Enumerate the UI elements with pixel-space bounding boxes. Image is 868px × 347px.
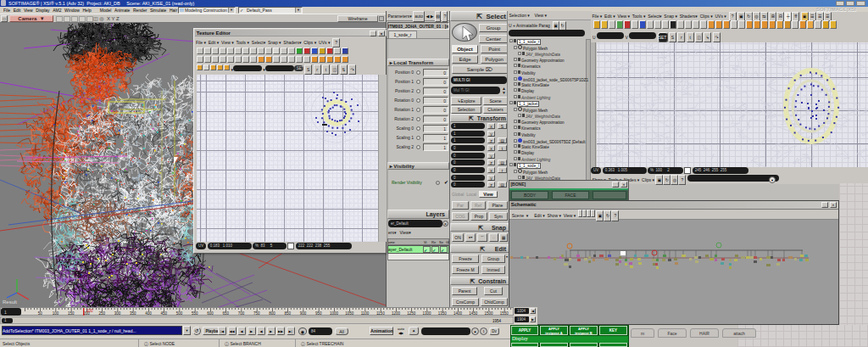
svg-text:950: 950 <box>315 311 322 316</box>
svg-text:300: 300 <box>114 311 121 316</box>
svg-text:1500: 1500 <box>484 311 493 316</box>
svg-text:1100: 1100 <box>361 311 370 316</box>
svg-text:1150: 1150 <box>376 311 385 316</box>
svg-text:1300: 1300 <box>422 311 431 316</box>
svg-text:1450: 1450 <box>469 311 478 316</box>
svg-text:250: 250 <box>98 311 105 316</box>
svg-text:350: 350 <box>130 311 136 316</box>
svg-text:700: 700 <box>238 311 245 316</box>
svg-text:150: 150 <box>68 311 75 316</box>
svg-text:1550: 1550 <box>500 311 509 316</box>
svg-text:1000: 1000 <box>330 311 339 316</box>
svg-text:1350: 1350 <box>438 311 448 316</box>
svg-text:1400: 1400 <box>453 311 463 316</box>
svg-text:1250: 1250 <box>407 311 416 316</box>
svg-text:100: 100 <box>53 311 59 316</box>
svg-text:850: 850 <box>284 311 291 316</box>
svg-text:100: 100 <box>86 309 93 313</box>
svg-text:750: 750 <box>253 311 260 316</box>
svg-text:1200: 1200 <box>392 311 401 316</box>
svg-text:1: 1 <box>4 310 7 315</box>
svg-text:550: 550 <box>192 311 198 316</box>
svg-text:450: 450 <box>160 311 167 316</box>
svg-text:50: 50 <box>38 311 43 316</box>
svg-text:500: 500 <box>176 311 183 316</box>
svg-text:800: 800 <box>269 311 275 316</box>
svg-text:650: 650 <box>222 311 229 316</box>
svg-text:1050: 1050 <box>345 311 354 316</box>
svg-text:600: 600 <box>207 311 214 316</box>
svg-text:400: 400 <box>145 311 152 316</box>
svg-text:900: 900 <box>300 311 307 316</box>
